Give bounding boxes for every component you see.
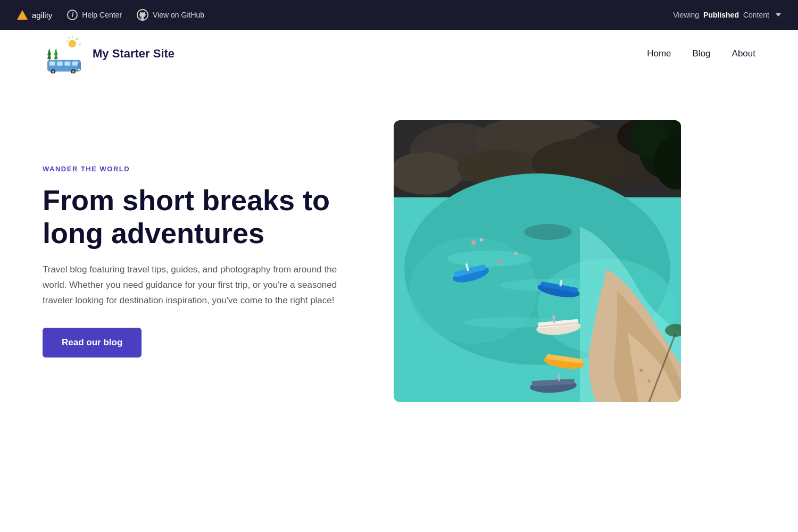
svg-point-6 xyxy=(69,40,76,47)
svg-point-18 xyxy=(72,70,74,73)
svg-point-48 xyxy=(514,252,518,255)
github-link[interactable]: View on GitHub xyxy=(137,9,204,21)
beach-aerial-image xyxy=(394,120,681,402)
hero-title: From short breaks to long adventures xyxy=(43,184,351,250)
svg-point-46 xyxy=(480,238,483,242)
svg-point-45 xyxy=(471,240,476,245)
nav-link-about[interactable]: About xyxy=(732,48,755,59)
svg-rect-14 xyxy=(72,62,78,66)
site-logo[interactable]: My Starter Site xyxy=(43,35,174,72)
help-center-label: Help Center xyxy=(82,11,122,19)
svg-point-23 xyxy=(76,38,77,40)
svg-point-20 xyxy=(78,69,80,71)
viewing-suffix: Content xyxy=(743,11,769,19)
agility-logo[interactable]: agility xyxy=(17,10,52,20)
svg-line-8 xyxy=(77,38,79,40)
nav-link-home[interactable]: Home xyxy=(647,48,671,59)
viewing-published-control[interactable]: Viewing Published Content xyxy=(673,11,781,19)
hero-right xyxy=(394,120,681,402)
github-icon xyxy=(137,9,148,21)
svg-rect-13 xyxy=(64,62,70,66)
nav-bar: My Starter Site Home Blog About xyxy=(0,30,798,78)
svg-point-68 xyxy=(647,379,651,383)
github-label: View on GitHub xyxy=(153,11,204,19)
hero-description: Travel blog featuring travel tips, guide… xyxy=(43,262,351,309)
svg-point-22 xyxy=(68,37,70,39)
viewing-prefix: Viewing xyxy=(673,11,699,19)
viewing-bold: Published xyxy=(703,11,739,19)
hero-section: WANDER THE WORLD From short breaks to lo… xyxy=(0,78,798,445)
svg-point-42 xyxy=(447,251,532,267)
nav-link-blog[interactable]: Blog xyxy=(693,48,711,59)
nav-links: Home Blog About xyxy=(647,48,755,59)
info-icon: i xyxy=(67,10,78,20)
svg-point-16 xyxy=(52,70,55,73)
top-bar-left: agility i Help Center View on GitHub xyxy=(17,9,204,21)
svg-point-47 xyxy=(498,260,502,263)
svg-point-67 xyxy=(639,369,643,372)
read-blog-button[interactable]: Read our blog xyxy=(43,328,142,358)
agility-name: agility xyxy=(32,11,52,20)
svg-marker-1 xyxy=(47,48,51,55)
site-name-label: My Starter Site xyxy=(93,47,174,61)
svg-rect-12 xyxy=(57,62,63,66)
svg-marker-3 xyxy=(54,48,58,55)
site-logo-icon xyxy=(43,35,85,72)
svg-point-64 xyxy=(524,224,572,240)
agility-triangle-icon xyxy=(17,10,28,20)
hero-left: WANDER THE WORLD From short breaks to lo… xyxy=(43,165,351,358)
hero-image xyxy=(394,120,681,402)
chevron-down-icon xyxy=(776,13,781,16)
hero-eyebrow: WANDER THE WORLD xyxy=(43,165,351,173)
svg-point-21 xyxy=(66,40,68,41)
top-bar: agility i Help Center View on GitHub Vie… xyxy=(0,0,798,30)
help-center-link[interactable]: i Help Center xyxy=(67,10,122,20)
svg-rect-11 xyxy=(49,62,55,66)
